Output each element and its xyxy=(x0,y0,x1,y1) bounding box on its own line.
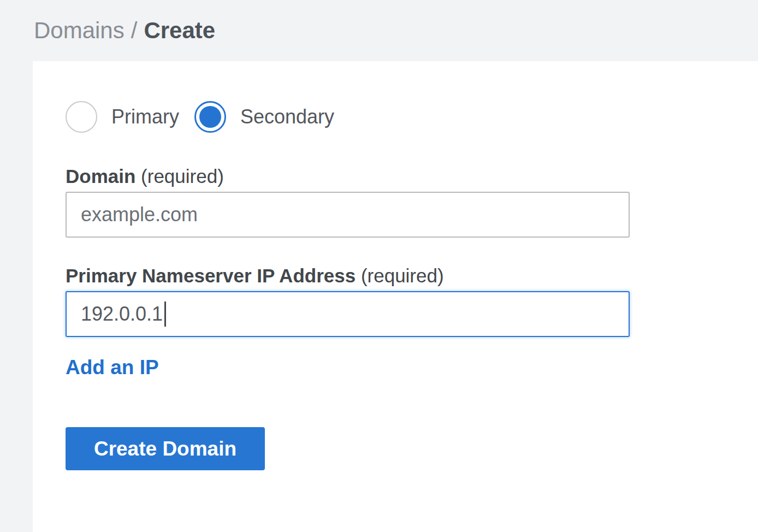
add-ip-link[interactable]: Add an IP xyxy=(66,356,159,379)
domain-field-label: Domain (required) xyxy=(66,164,758,188)
breadcrumb: Domains / Create xyxy=(34,17,215,44)
ip-input-value: 192.0.0.1 xyxy=(81,303,163,326)
breadcrumb-current-page: Create xyxy=(144,17,215,44)
domain-required-hint: (required) xyxy=(141,165,224,187)
breadcrumb-bar: Domains / Create xyxy=(0,0,758,61)
text-caret xyxy=(164,302,166,327)
domain-type-radio-group: Primary Secondary xyxy=(66,101,758,133)
ip-input[interactable]: 192.0.0.1 xyxy=(66,291,630,337)
breadcrumb-separator: / xyxy=(131,17,138,44)
radio-selected-dot xyxy=(199,106,221,128)
radio-label-secondary: Secondary xyxy=(240,105,334,128)
radio-button-secondary xyxy=(194,101,226,133)
radio-option-primary[interactable]: Primary xyxy=(66,101,179,133)
radio-option-secondary[interactable]: Secondary xyxy=(194,101,334,133)
ip-field-group: Primary Nameserver IP Address (required)… xyxy=(66,264,758,337)
radio-label-primary: Primary xyxy=(111,105,179,128)
create-domain-button[interactable]: Create Domain xyxy=(66,427,265,470)
domain-input-placeholder: example.com xyxy=(81,203,198,226)
ip-label-text: Primary Nameserver IP Address xyxy=(66,265,356,286)
breadcrumb-domains-link[interactable]: Domains xyxy=(34,17,125,44)
domain-input[interactable]: example.com xyxy=(66,192,630,238)
ip-field-label: Primary Nameserver IP Address (required) xyxy=(66,264,758,288)
domain-label-text: Domain xyxy=(66,165,135,187)
ip-required-hint: (required) xyxy=(361,265,444,286)
create-domain-panel: Primary Secondary Domain (required) exam… xyxy=(33,61,758,532)
domain-field-group: Domain (required) example.com xyxy=(66,164,758,238)
radio-button-primary xyxy=(66,101,97,133)
